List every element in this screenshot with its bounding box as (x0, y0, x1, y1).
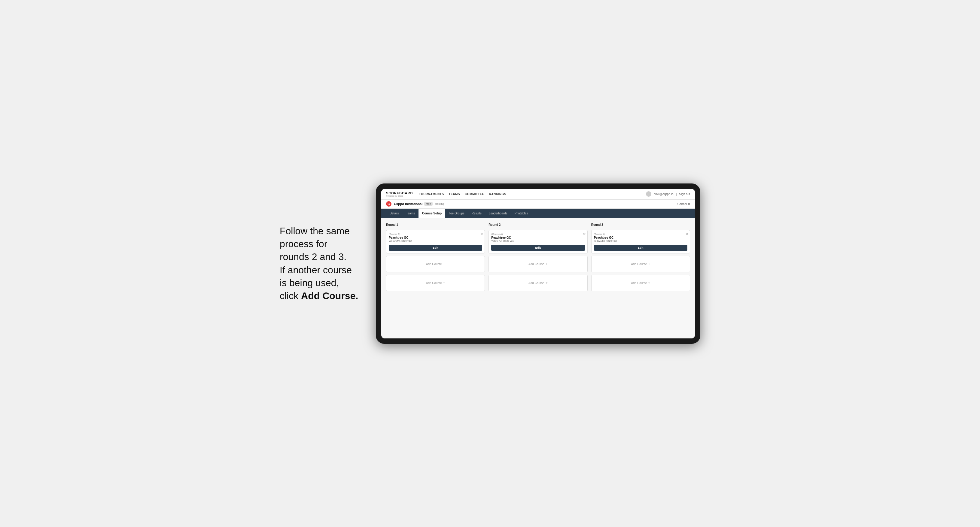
page-wrapper: Follow the sameprocess forrounds 2 and 3… (280, 184, 700, 344)
round-3-plus-icon-2: + (648, 281, 650, 285)
hosting-badge: Hosting (435, 202, 444, 205)
user-email: blair@clippd.io (654, 192, 674, 196)
round-3-edit-button[interactable]: Edit (594, 245, 687, 251)
tablet-frame: SCOREBOARD Powered by clippd TOURNAMENTS… (376, 184, 700, 344)
round-3-add-course-2[interactable]: Add Course + (591, 275, 690, 291)
nav-link-teams[interactable]: TEAMS (449, 191, 460, 197)
round-2-course-name: Peachtree GC (491, 236, 585, 239)
nav-right: blair@clippd.io | Sign out (646, 191, 690, 197)
round-1-plus-icon-2: + (443, 281, 445, 285)
round-1-course-details: Yellow (M) (6629 yds) (389, 240, 482, 242)
round-2-add-course-text-2: Add Course + (528, 281, 548, 285)
round-3-add-course-label-2: Add Course (631, 281, 647, 285)
round-1-add-course-text-2: Add Course + (426, 281, 445, 285)
round-1-add-course-text-1: Add Course + (426, 262, 445, 266)
round-2-column: Round 2 ⊗ (Course A) Peachtree GC Yellow… (488, 223, 587, 291)
round-3-course-card-0: ⊗ (Course A) Peachtree GC Yellow (M) (66… (591, 230, 690, 254)
top-nav: SCOREBOARD Powered by clippd TOURNAMENTS… (381, 189, 695, 200)
round-3-column: Round 3 ⊗ (Course A) Peachtree GC Yellow… (591, 223, 690, 291)
round-2-edit-button[interactable]: Edit (491, 245, 585, 251)
separator: | (676, 192, 677, 196)
round-1-delete-button[interactable]: ⊗ (480, 232, 483, 235)
round-3-add-course-label-1: Add Course (631, 262, 647, 266)
round-2-delete-button[interactable]: ⊗ (583, 232, 585, 235)
round-1-course-tag: (Course A) (389, 233, 482, 235)
tab-teams[interactable]: Teams (402, 209, 418, 218)
round-2-add-course-1[interactable]: Add Course + (488, 256, 587, 272)
round-1-label: Round 1 (386, 223, 485, 226)
cancel-button[interactable]: Cancel ✕ (678, 202, 690, 206)
logo-area: SCOREBOARD Powered by clippd (386, 191, 413, 197)
round-2-course-tag: (Course A) (491, 233, 585, 235)
round-3-delete-button[interactable]: ⊗ (686, 232, 688, 235)
round-1-add-course-label-1: Add Course (426, 262, 442, 266)
round-2-add-course-label-2: Add Course (528, 281, 544, 285)
round-2-add-course-2[interactable]: Add Course + (488, 275, 587, 291)
nav-link-rankings[interactable]: RANKINGS (489, 191, 506, 197)
round-3-add-course-text-1: Add Course + (631, 262, 650, 266)
round-1-course-name: Peachtree GC (389, 236, 482, 239)
tournament-logo: C (386, 201, 391, 206)
tab-results[interactable]: Results (468, 209, 485, 218)
tab-tee-groups[interactable]: Tee Groups (445, 209, 468, 218)
round-2-course-card-0: ⊗ (Course A) Peachtree GC Yellow (M) (66… (488, 230, 587, 254)
instruction-text: Follow the sameprocess forrounds 2 and 3… (280, 225, 364, 302)
round-3-course-details: Yellow (M) (6629 yds) (594, 240, 687, 242)
tournament-name: Clippd Invitational (394, 202, 422, 206)
round-2-add-course-text-1: Add Course + (528, 262, 548, 266)
round-2-add-course-label-1: Add Course (528, 262, 544, 266)
instruction-bold: Add Course. (301, 290, 358, 301)
round-2-label: Round 2 (488, 223, 587, 226)
instruction-line1: Follow the sameprocess forrounds 2 and 3… (280, 225, 358, 301)
round-3-add-course-text-2: Add Course + (631, 281, 650, 285)
round-1-add-course-label-2: Add Course (426, 281, 442, 285)
sign-out-link[interactable]: Sign out (679, 192, 690, 196)
tabs-bar: Details Teams Course Setup Tee Groups Re… (381, 209, 695, 218)
rounds-grid: Round 1 ⊗ (Course A) Peachtree GC Yellow… (386, 223, 690, 291)
nav-link-committee[interactable]: COMMITTEE (465, 191, 484, 197)
round-3-plus-icon-1: + (648, 262, 650, 266)
round-1-course-card-0: ⊗ (Course A) Peachtree GC Yellow (M) (66… (386, 230, 485, 254)
round-1-edit-button[interactable]: Edit (389, 245, 482, 251)
nav-links: TOURNAMENTS TEAMS COMMITTEE RANKINGS (419, 191, 646, 197)
tournament-badge: Men (424, 202, 433, 206)
round-3-course-tag: (Course A) (594, 233, 687, 235)
round-1-add-course-2[interactable]: Add Course + (386, 275, 485, 291)
logo-sub: Powered by clippd (386, 195, 413, 197)
cancel-label: Cancel (678, 202, 687, 206)
round-1-column: Round 1 ⊗ (Course A) Peachtree GC Yellow… (386, 223, 485, 291)
tablet-screen: SCOREBOARD Powered by clippd TOURNAMENTS… (381, 189, 695, 338)
cancel-icon: ✕ (688, 202, 690, 206)
content-area: Round 1 ⊗ (Course A) Peachtree GC Yellow… (381, 218, 695, 338)
round-2-course-details: Yellow (M) (6629 yds) (491, 240, 585, 242)
round-2-plus-icon-2: + (546, 281, 548, 285)
round-1-add-course-1[interactable]: Add Course + (386, 256, 485, 272)
nav-link-tournaments[interactable]: TOURNAMENTS (419, 191, 444, 197)
round-3-add-course-1[interactable]: Add Course + (591, 256, 690, 272)
round-2-plus-icon-1: + (546, 262, 548, 266)
round-3-course-name: Peachtree GC (594, 236, 687, 239)
tab-details[interactable]: Details (386, 209, 402, 218)
round-3-label: Round 3 (591, 223, 690, 226)
tab-printables[interactable]: Printables (511, 209, 531, 218)
tab-course-setup[interactable]: Course Setup (418, 209, 445, 218)
tournament-bar: C Clippd Invitational Men Hosting Cancel… (381, 200, 695, 209)
round-1-plus-icon-1: + (443, 262, 445, 266)
user-avatar (646, 191, 651, 197)
logo-scoreboard: SCOREBOARD (386, 191, 413, 195)
tab-leaderboards[interactable]: Leaderboards (485, 209, 511, 218)
